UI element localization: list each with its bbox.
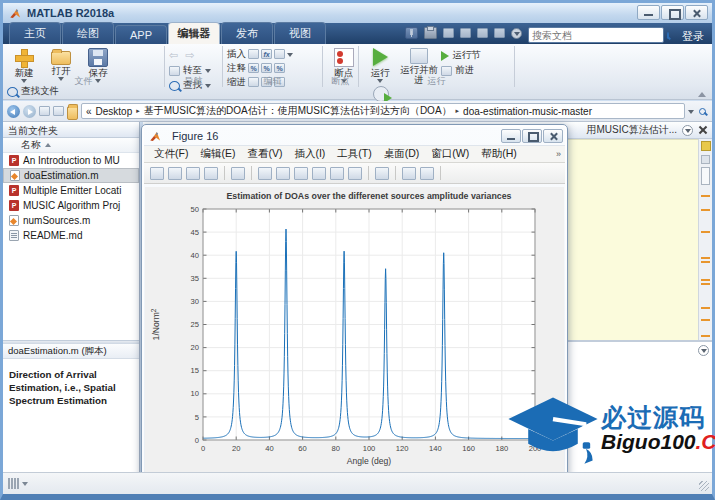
save-icon[interactable] xyxy=(186,167,200,180)
file-row-3[interactable]: MUSIC Algorithm Proj xyxy=(3,198,139,213)
help-icon[interactable] xyxy=(511,28,522,39)
matlab-logo-icon xyxy=(9,7,22,20)
copy-icon[interactable] xyxy=(460,28,471,38)
uncomment-icon[interactable]: % xyxy=(261,63,272,73)
browse-folder-icon[interactable] xyxy=(53,106,64,116)
breadcrumb[interactable]: «Desktop▸基于MUSIC算法的DOA估计：使用MUSIC算法估计到达方向… xyxy=(81,103,685,119)
maximize-icon[interactable] xyxy=(661,5,684,20)
forward-icon[interactable] xyxy=(23,105,36,118)
address-search-icon[interactable] xyxy=(699,108,706,115)
close-icon[interactable] xyxy=(685,5,708,20)
redo-icon[interactable] xyxy=(494,28,505,38)
pan-hand-icon[interactable] xyxy=(294,167,308,180)
insert-section-icon[interactable] xyxy=(248,49,259,59)
wrap-comment-icon[interactable]: % xyxy=(274,63,285,73)
code-analyzer-indicator[interactable] xyxy=(701,141,711,151)
insert-colorbar-icon[interactable] xyxy=(402,167,416,180)
status-grip-icon[interactable] xyxy=(8,478,28,489)
figure-menu-0[interactable]: 文件(F) xyxy=(148,146,194,162)
figure-menu-7[interactable]: 帮助(H) xyxy=(475,146,523,162)
breadcrumb-prefix: « xyxy=(86,106,92,117)
insert-fx-icon[interactable]: fx xyxy=(261,49,272,59)
name-column-header[interactable]: 名称 xyxy=(3,138,139,153)
arrow-cursor-icon[interactable] xyxy=(231,167,245,180)
search-icon[interactable] xyxy=(667,32,669,39)
ribbon-tab-3[interactable]: 编辑器 xyxy=(168,22,220,44)
file-row-4[interactable]: numSources.m xyxy=(3,213,139,228)
file-row-5[interactable]: README.md xyxy=(3,228,139,243)
figure-menu-4[interactable]: 工具(T) xyxy=(331,146,377,162)
open-folder-icon[interactable] xyxy=(168,167,182,180)
link-plots-icon[interactable] xyxy=(375,167,389,180)
brush-icon[interactable] xyxy=(348,167,362,180)
ribbon-group-breakpoints: 断点 断点 xyxy=(323,46,359,87)
figure-menu-2[interactable]: 查看(V) xyxy=(241,146,288,162)
file-row-0[interactable]: An Introduction to MU xyxy=(3,153,139,168)
up-folder-icon[interactable] xyxy=(39,106,50,116)
lower-panel-menu-icon[interactable] xyxy=(698,345,709,356)
figure-menu-5[interactable]: 桌面(D) xyxy=(378,146,426,162)
figure-icon xyxy=(149,130,162,143)
save-icon[interactable] xyxy=(405,27,418,39)
ribbon: 新建 打开 保存 查找文件 比较 xyxy=(3,44,712,100)
ribbon-tab-5[interactable]: 视图 xyxy=(274,22,326,44)
comment-icon[interactable]: % xyxy=(248,63,259,73)
editor-close-icon[interactable] xyxy=(698,125,708,135)
minimize-icon[interactable] xyxy=(637,5,660,20)
print-icon[interactable] xyxy=(204,167,218,180)
cut-icon[interactable] xyxy=(443,28,454,38)
ribbon-tab-4[interactable]: 发布 xyxy=(221,22,273,44)
undo-icon[interactable] xyxy=(477,28,488,38)
file-row-2[interactable]: Multiple Emitter Locati xyxy=(3,183,139,198)
figure-menu-1[interactable]: 编辑(E) xyxy=(194,146,241,162)
ribbon-tab-1[interactable]: 绘图 xyxy=(62,22,114,44)
file-row-1[interactable]: doaEstimation.m xyxy=(3,168,139,183)
figure-minimize-icon[interactable] xyxy=(501,129,521,143)
find-files-icon xyxy=(7,87,18,97)
figure-close-icon[interactable] xyxy=(543,129,563,143)
search-input[interactable] xyxy=(529,30,667,41)
rotate-3d-icon[interactable] xyxy=(312,167,326,180)
resize-grip-icon[interactable] xyxy=(699,481,709,491)
zoom-in-icon[interactable] xyxy=(258,167,272,180)
data-cursor-icon[interactable] xyxy=(330,167,344,180)
ribbon-tab-0[interactable]: 主页 xyxy=(9,22,61,44)
svg-text:140: 140 xyxy=(429,444,442,453)
editor-tab-title[interactable]: 用MUSIC算法估计... xyxy=(586,123,677,137)
signin-link[interactable]: 登录 xyxy=(682,29,704,44)
run-section-button[interactable]: 运行节 xyxy=(441,49,481,62)
insert-row[interactable]: 插入 fx xyxy=(227,47,318,61)
svg-text:1/Norm2: 1/Norm2 xyxy=(150,308,161,340)
insert-figure-icon[interactable] xyxy=(274,49,285,59)
breadcrumb-item-2[interactable]: doa-estimation-music-master xyxy=(463,106,592,117)
editor-menu-icon[interactable] xyxy=(682,125,693,136)
ribbon-group-run: 运行 运行并前进 运行节 前进 运行并计时 运行 xyxy=(359,46,515,87)
svg-text:20: 20 xyxy=(232,444,240,453)
zoom-out-icon[interactable] xyxy=(276,167,290,180)
back-icon[interactable] xyxy=(7,105,20,118)
svg-text:60: 60 xyxy=(298,444,306,453)
back-forward-buttons[interactable]: ⇦ ⇨ xyxy=(169,49,211,62)
comment-row[interactable]: 注释 % % % xyxy=(227,61,318,75)
svg-text:40: 40 xyxy=(191,251,199,260)
collapse-ribbon-icon[interactable] xyxy=(698,92,706,97)
address-dropdown-icon[interactable] xyxy=(688,110,694,114)
figure-menu-6[interactable]: 窗口(W) xyxy=(425,146,475,162)
insert-legend-icon[interactable] xyxy=(420,167,434,180)
figure-maximize-icon[interactable] xyxy=(522,129,542,143)
figure-canvas[interactable]: 0204060801001201401601802000510152025303… xyxy=(145,187,564,478)
new-doc-icon[interactable] xyxy=(150,167,164,180)
figure-title-bar[interactable]: Figure 16 xyxy=(142,125,567,145)
scrollbar-thumb[interactable] xyxy=(701,167,710,185)
file-name: An Introduction to MU xyxy=(23,155,120,166)
menu-overflow-icon[interactable]: » xyxy=(556,149,561,159)
figure-menu-3[interactable]: 插入(I) xyxy=(288,146,331,162)
file-name: MUSIC Algorithm Proj xyxy=(23,200,120,211)
breadcrumb-item-1[interactable]: 基于MUSIC算法的DOA估计：使用MUSIC算法估计到达方向（DOA） xyxy=(144,104,452,118)
ribbon-tab-2[interactable]: APP xyxy=(115,25,167,44)
svg-text:30: 30 xyxy=(191,297,199,306)
new-icon xyxy=(14,48,34,67)
scroll-up-icon[interactable] xyxy=(701,155,710,164)
print-icon[interactable] xyxy=(424,27,437,39)
breadcrumb-item-0[interactable]: Desktop xyxy=(96,106,133,117)
